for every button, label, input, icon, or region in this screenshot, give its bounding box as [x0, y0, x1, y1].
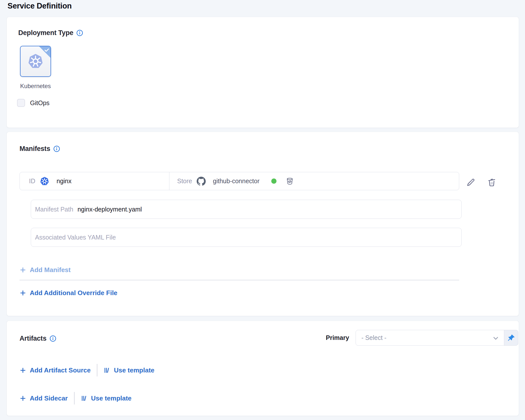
- manifest-store-section: Store github-connector: [169, 172, 459, 190]
- manifests-heading: Manifests: [20, 145, 60, 153]
- info-icon[interactable]: [53, 145, 60, 152]
- primary-artifact-select[interactable]: - Select -: [356, 330, 504, 346]
- github-icon: [196, 176, 206, 186]
- artifacts-heading-text: Artifacts: [20, 335, 47, 342]
- sidecar-actions-row: Add Sidecar Use template: [20, 392, 132, 404]
- manifests-heading-text: Manifests: [20, 145, 50, 153]
- edit-manifest-button[interactable]: [466, 177, 476, 187]
- info-icon[interactable]: [76, 30, 83, 36]
- use-template-artifact-button[interactable]: Use template: [104, 366, 154, 374]
- id-label: ID: [29, 177, 35, 185]
- template-icon: [104, 367, 110, 374]
- add-artifact-source-button[interactable]: Add Artifact Source: [20, 366, 91, 374]
- add-override-file-button[interactable]: Add Additional Override File: [20, 289, 117, 297]
- manifest-id-value: nginx: [57, 177, 72, 185]
- add-sidecar-label: Add Sidecar: [30, 394, 68, 402]
- primary-select-value: - Select -: [361, 334, 386, 341]
- store-connector-name: github-connector: [213, 177, 259, 185]
- add-artifact-source-label: Add Artifact Source: [30, 366, 91, 374]
- values-yaml-input[interactable]: [31, 228, 461, 247]
- template-icon: [81, 395, 88, 402]
- store-label: Store: [177, 177, 192, 185]
- kubernetes-icon: [40, 176, 50, 186]
- page-title: Service Definition: [8, 2, 72, 11]
- delete-manifest-button[interactable]: [487, 177, 496, 187]
- artifact-actions-row: Add Artifact Source Use template: [20, 364, 154, 376]
- section-divider: [20, 280, 459, 280]
- plus-icon: [20, 290, 26, 296]
- add-manifest-label: Add Manifest: [30, 266, 71, 274]
- manifest-path-value: nginx-deployment.yaml: [78, 206, 142, 213]
- plus-icon: [20, 267, 26, 273]
- manifests-card: Manifests ID nginx Store github-connecto…: [7, 132, 519, 316]
- info-icon[interactable]: [50, 335, 56, 342]
- gitops-checkbox-row[interactable]: GitOps: [17, 99, 50, 107]
- deployment-type-card: Deployment Type Kubernetes GitOps: [7, 17, 519, 128]
- deployment-type-heading: Deployment Type: [18, 29, 83, 37]
- primary-label: Primary: [326, 334, 349, 341]
- pin-icon: [507, 334, 515, 342]
- trash-icon: [487, 177, 496, 187]
- connector-status-dot: [271, 178, 277, 184]
- artifacts-heading: Artifacts: [20, 335, 56, 342]
- deployment-type-heading-text: Deployment Type: [18, 29, 73, 37]
- use-template-label: Use template: [91, 394, 132, 402]
- plus-icon: [20, 395, 26, 402]
- pencil-icon: [466, 177, 476, 187]
- manifest-path-input[interactable]: Manifest Path nginx-deployment.yaml: [31, 200, 462, 219]
- code-bucket-icon: [286, 177, 294, 185]
- manifest-row: ID nginx Store github-connector: [20, 172, 459, 190]
- primary-artifact-group: Primary - Select -: [326, 330, 518, 346]
- use-template-label: Use template: [114, 366, 154, 374]
- artifacts-card: Artifacts Primary - Select - Add Artifac…: [7, 321, 519, 416]
- values-yaml-input-wrap: [31, 228, 462, 247]
- use-template-sidecar-button[interactable]: Use template: [81, 394, 132, 402]
- plus-icon: [20, 367, 26, 374]
- pin-primary-button[interactable]: [504, 330, 518, 346]
- gitops-label: GitOps: [30, 99, 50, 107]
- chevron-down-icon: [492, 334, 499, 342]
- vertical-divider: [97, 364, 97, 376]
- add-override-file-label: Add Additional Override File: [30, 289, 117, 297]
- check-icon: [44, 47, 50, 53]
- add-sidecar-button[interactable]: Add Sidecar: [20, 394, 68, 402]
- kubernetes-deployment-tile[interactable]: [20, 46, 51, 77]
- add-manifest-button[interactable]: Add Manifest: [20, 266, 71, 274]
- manifest-path-label: Manifest Path: [35, 206, 73, 213]
- gitops-checkbox[interactable]: [17, 99, 25, 107]
- manifest-id-section: ID nginx: [20, 172, 169, 190]
- vertical-divider: [74, 392, 75, 404]
- kubernetes-tile-label: Kubernetes: [20, 83, 51, 90]
